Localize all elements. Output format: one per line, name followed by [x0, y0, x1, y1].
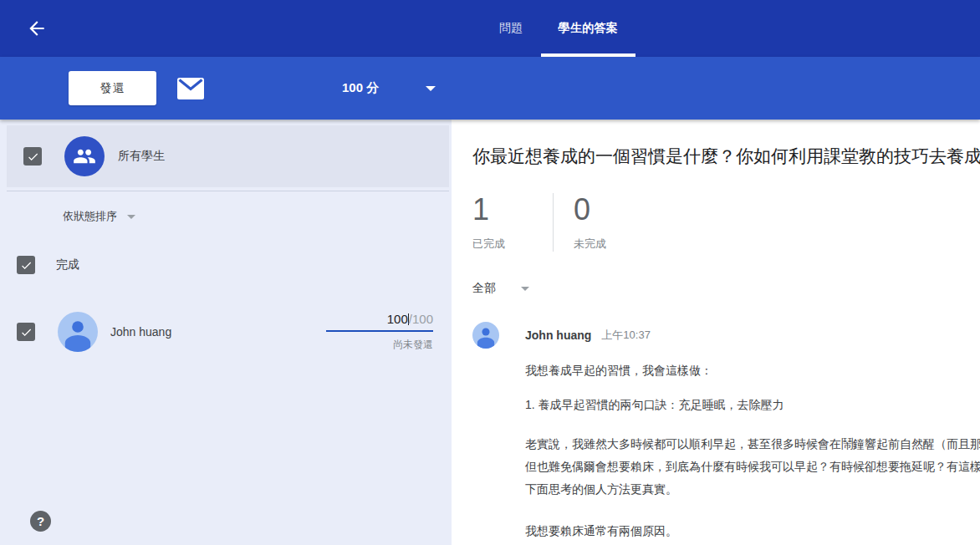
chevron-down-icon: [426, 86, 436, 91]
section-done-label: 完成: [56, 257, 79, 272]
sidebar-divider: [7, 191, 449, 191]
grade-value: 100: [387, 312, 408, 326]
filter-dropdown[interactable]: 全部: [472, 281, 980, 296]
grade-block: 100/100 尚未發還: [326, 312, 433, 352]
tab-bar: 問題 學生的答案: [482, 0, 635, 57]
stat-done: 1 已完成: [472, 193, 553, 252]
answer-line: 但也難免偶爾會想要賴床，到底為什麼有時候我可以早起？有時候卻想要拖延呢？有這樣的…: [525, 456, 980, 478]
answers-panel: 你最近想養成的一個習慣是什麼？你如何利用課堂教的技巧去養成？ 1 已完成 0 未…: [452, 120, 980, 545]
group-avatar-icon: [64, 136, 105, 176]
student-avatar: [58, 312, 98, 352]
answer-line: 我想要賴床通常有兩個原因。: [525, 520, 980, 542]
student-checkbox[interactable]: [17, 323, 35, 341]
chevron-down-icon: [521, 287, 529, 291]
student-name: John huang: [110, 325, 171, 339]
grade-input[interactable]: 100/100: [326, 312, 433, 332]
stat-done-label: 已完成: [472, 237, 553, 252]
all-students-label: 所有學生: [118, 149, 165, 164]
sort-label: 依狀態排序: [63, 209, 117, 224]
stat-done-count: 1: [472, 193, 553, 227]
return-button[interactable]: 發還: [69, 71, 156, 105]
section-done-row: 完成: [0, 256, 452, 274]
answer-avatar: [472, 322, 499, 349]
answer-line: 我想養成早起的習慣，我會這樣做：: [525, 359, 980, 382]
student-answer: John huang 上午10:37 我想養成早起的習慣，我會這樣做： 1. 養…: [472, 322, 980, 542]
stat-not-done-label: 未完成: [574, 237, 634, 252]
tab-student-answers[interactable]: 學生的答案: [541, 0, 636, 57]
tab-question[interactable]: 問題: [482, 0, 541, 57]
completion-stats: 1 已完成 0 未完成: [472, 193, 980, 252]
answer-line: 老實說，我雖然大多時候都可以順利早起，甚至很多時候會在鬧鐘響起前自然醒（而且那個…: [525, 433, 980, 456]
all-students-checkbox[interactable]: [23, 147, 42, 166]
all-students-row[interactable]: 所有學生: [7, 125, 449, 187]
points-dropdown[interactable]: 100 分: [342, 80, 436, 96]
help-icon[interactable]: ?: [30, 511, 51, 532]
answer-body: 我想養成早起的習慣，我會這樣做： 1. 養成早起習慣的兩句口訣：充足睡眠，去除壓…: [525, 359, 980, 542]
sort-by-status-dropdown[interactable]: 依狀態排序: [0, 209, 452, 224]
back-arrow-icon[interactable]: [23, 15, 50, 42]
top-app-bar: 問題 學生的答案: [0, 0, 980, 57]
points-value: 100 分: [342, 80, 379, 96]
question-title: 你最近想養成的一個習慣是什麼？你如何利用課堂教的技巧去養成？: [472, 145, 980, 168]
grading-toolbar: 發還 100 分: [0, 57, 980, 120]
answer-line: 下面思考的個人方法更真實。: [525, 478, 980, 501]
page-body: 所有學生 依狀態排序 完成: [0, 120, 980, 545]
filter-label: 全部: [472, 281, 496, 296]
student-row[interactable]: John huang 100/100 尚未發還: [0, 312, 452, 352]
stat-not-done: 0 未完成: [554, 193, 634, 252]
chevron-down-icon: [127, 215, 135, 219]
answer-author: John huang: [525, 329, 591, 342]
answer-line: 1. 養成早起習慣的兩句口訣：充足睡眠，去除壓力: [525, 394, 980, 416]
answer-header: John huang 上午10:37: [472, 322, 980, 349]
answer-timestamp: 上午10:37: [601, 328, 651, 343]
grade-status: 尚未發還: [326, 338, 433, 352]
students-sidebar: 所有學生 依狀態排序 完成: [0, 120, 452, 545]
grade-max: /100: [409, 312, 433, 326]
stat-not-done-count: 0: [574, 193, 634, 227]
email-icon[interactable]: [171, 69, 210, 108]
section-done-checkbox[interactable]: [17, 256, 35, 274]
